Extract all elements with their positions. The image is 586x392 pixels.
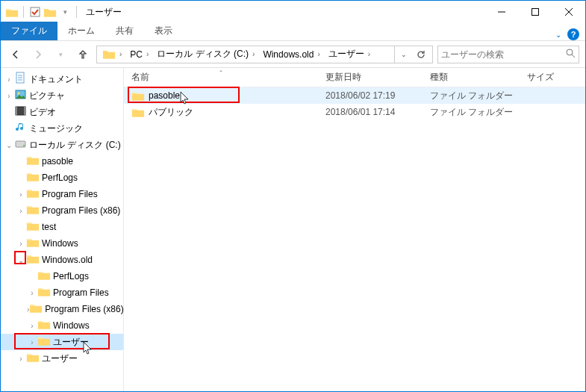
file-date: 2018/06/01 17:14: [318, 107, 423, 117]
tree-icon: [14, 72, 27, 87]
close-button[interactable]: [552, 1, 585, 23]
tree-item[interactable]: ミュージック: [1, 120, 123, 137]
address-dropdown-icon[interactable]: ⌄: [394, 46, 412, 63]
file-type: ファイル フォルダー: [423, 90, 520, 102]
tree-item[interactable]: ›Windows: [1, 317, 123, 334]
tree-label: Program Files (x86): [42, 205, 120, 216]
tree-item[interactable]: ⌄ローカル ディスク (C:): [1, 137, 123, 153]
tree-chevron-icon[interactable]: ›: [16, 240, 26, 248]
tree-item[interactable]: ›Program Files (x86): [1, 301, 123, 317]
tree-chevron-icon[interactable]: ›: [4, 92, 14, 100]
breadcrumb-segment: Windows.old›: [260, 46, 324, 63]
tree-chevron-icon[interactable]: ›: [4, 75, 14, 84]
tree-item[interactable]: ›ピクチャ: [1, 87, 123, 104]
file-list[interactable]: pasoble2018/06/02 17:19ファイル フォルダーパブリック20…: [124, 87, 585, 391]
tree-icon: [14, 105, 27, 119]
navigation-pane[interactable]: ›ドキュメント›ピクチャビデオミュージック⌄ローカル ディスク (C:)paso…: [1, 68, 124, 391]
tree-label: ユーザー: [42, 352, 78, 365]
tree-item[interactable]: PerfLogs: [1, 169, 123, 186]
svg-rect-2: [532, 9, 538, 16]
column-headers[interactable]: 名前ˆ 更新日時 種類 サイズ: [124, 68, 585, 87]
folder-icon: [5, 5, 19, 19]
tree-item[interactable]: ›ユーザー: [1, 350, 123, 367]
svg-rect-14: [16, 107, 17, 115]
tree-item[interactable]: test: [1, 219, 123, 235]
tree-chevron-icon[interactable]: ›: [16, 207, 26, 215]
tree-chevron-icon[interactable]: ›: [27, 322, 37, 330]
ribbon-expand-icon[interactable]: ⌄: [555, 31, 561, 39]
svg-rect-15: [24, 107, 25, 115]
column-type[interactable]: 種類: [423, 71, 520, 84]
tree-item[interactable]: PerfLogs: [1, 268, 123, 284]
svg-line-6: [572, 55, 575, 57]
address-bar: ▾ › PC› ローカル ディスク (C:)› Windows.old› ユーザ…: [1, 41, 585, 68]
help-icon[interactable]: ?: [567, 28, 579, 40]
breadcrumb-segment: PC›: [127, 46, 153, 63]
qat-folder-icon[interactable]: [43, 5, 57, 19]
file-row[interactable]: パブリック2018/06/01 17:14ファイル フォルダー: [124, 104, 585, 120]
tree-item[interactable]: ›Windows: [1, 235, 123, 252]
minimize-button[interactable]: [484, 1, 518, 23]
tree-label: ピクチャ: [29, 90, 65, 102]
back-button[interactable]: [7, 46, 25, 63]
tree-label: ミュージック: [29, 122, 83, 135]
tree-item[interactable]: ›Program Files (x86): [1, 202, 123, 219]
tab-view[interactable]: 表示: [144, 22, 183, 40]
file-name: pasoble: [149, 90, 180, 101]
tree-chevron-icon[interactable]: ⌄: [16, 256, 26, 264]
tree-item[interactable]: ⌄Windows.old: [1, 252, 123, 268]
tree-chevron-icon[interactable]: ›: [27, 338, 37, 346]
svg-point-12: [18, 93, 20, 95]
svg-rect-0: [31, 7, 40, 16]
tree-item[interactable]: ›ユーザー: [1, 334, 123, 350]
maximize-button[interactable]: [518, 1, 552, 23]
tree-chevron-icon[interactable]: ›: [16, 190, 26, 199]
recent-dropdown[interactable]: ▾: [52, 46, 69, 63]
refresh-icon[interactable]: [412, 46, 430, 63]
column-name: 名前ˆ: [124, 71, 318, 84]
svg-point-17: [23, 145, 25, 146]
breadcrumb[interactable]: › PC› ローカル ディスク (C:)› Windows.old› ユーザー›…: [96, 46, 433, 63]
tab-home[interactable]: ホーム: [57, 22, 105, 40]
tree-icon: [26, 220, 40, 234]
search-input[interactable]: [441, 49, 566, 60]
file-row[interactable]: pasoble2018/06/02 17:19ファイル フォルダー: [124, 87, 585, 104]
tree-icon: [26, 171, 40, 184]
titlebar: ▾ ユーザー: [1, 1, 585, 23]
tree-icon: [26, 237, 40, 250]
tree-item[interactable]: ›Program Files: [1, 186, 123, 202]
forward-button[interactable]: [29, 46, 47, 63]
search-icon[interactable]: [566, 49, 576, 60]
tree-label: Windows: [53, 320, 90, 331]
file-date: 2018/06/02 17:19: [318, 90, 423, 101]
tree-item[interactable]: ›Program Files: [1, 284, 123, 301]
tree-icon: [26, 352, 40, 365]
tab-share[interactable]: 共有: [105, 22, 144, 40]
column-date[interactable]: 更新日時: [318, 71, 423, 84]
up-button[interactable]: [74, 46, 92, 63]
tree-icon: [37, 270, 51, 283]
tree-icon: [14, 137, 27, 152]
column-size[interactable]: サイズ: [520, 71, 585, 84]
tree-icon: [14, 88, 27, 103]
qat-dropdown-icon[interactable]: ▾: [58, 5, 72, 19]
tree-label: Program Files: [53, 287, 109, 298]
search-box[interactable]: [437, 46, 579, 63]
tree-item[interactable]: pasoble: [1, 153, 123, 169]
tree-label: PerfLogs: [42, 172, 78, 183]
tree-chevron-icon[interactable]: ›: [27, 289, 37, 297]
tree-icon: [26, 204, 40, 217]
qat-checkbox-icon[interactable]: [28, 5, 42, 19]
breadcrumb-segment: ローカル ディスク (C:)›: [154, 46, 259, 63]
tab-file[interactable]: ファイル: [1, 22, 57, 40]
tree-icon: [29, 302, 43, 316]
tree-label: ユーザー: [53, 336, 89, 349]
tree-chevron-icon[interactable]: ›: [16, 355, 26, 363]
tree-chevron-icon[interactable]: ⌄: [4, 141, 14, 149]
tree-item[interactable]: ›ドキュメント: [1, 71, 123, 87]
tree-icon: [14, 121, 27, 136]
tree-label: Windows.old: [42, 255, 93, 265]
tree-label: Program Files: [42, 189, 98, 199]
tree-label: pasoble: [42, 156, 73, 167]
tree-item[interactable]: ビデオ: [1, 104, 123, 120]
